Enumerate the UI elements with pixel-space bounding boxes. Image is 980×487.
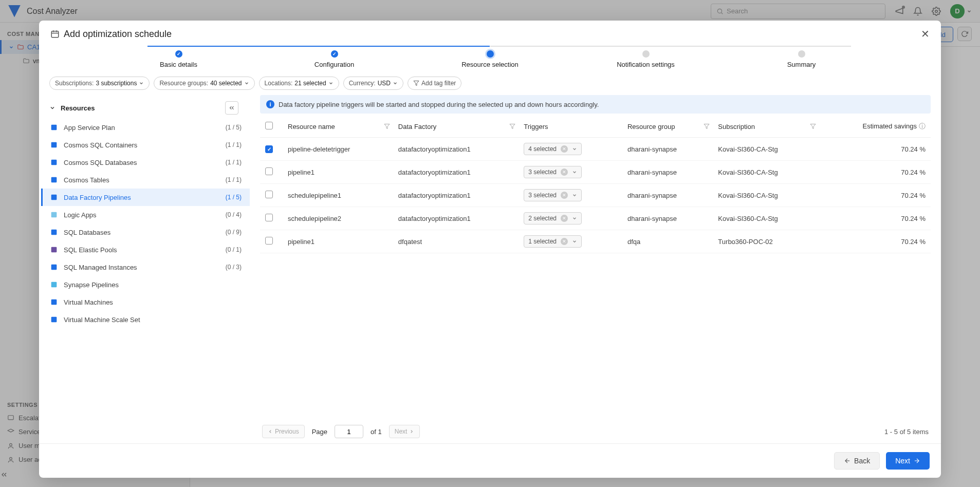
cell-subscription: Kovai-Sl360-CA-Stg (713, 138, 819, 161)
resource-type-label: SQL Managed Instances (64, 264, 137, 271)
resource-type-label: App Service Plan (64, 124, 115, 132)
resource-type-label: Cosmos Tables (64, 176, 109, 184)
filter-resource-groups[interactable]: Resource groups: 40 selected (154, 77, 254, 90)
svg-rect-20 (51, 265, 57, 270)
resource-type-item[interactable]: App Service Plan(1 / 5) (41, 119, 250, 136)
chevron-down-icon (572, 193, 577, 198)
step-configuration[interactable]: Configuration (256, 50, 412, 68)
back-button[interactable]: Back (834, 452, 880, 470)
filter-icon[interactable] (810, 123, 816, 129)
resource-type-icon (49, 297, 59, 307)
info-icon[interactable]: ⓘ (919, 122, 926, 130)
row-checkbox[interactable] (265, 237, 273, 245)
filter-icon[interactable] (509, 123, 515, 129)
triggers-selector[interactable]: 4 selected✕ (524, 143, 582, 155)
select-all-checkbox[interactable] (265, 122, 273, 129)
filter-icon[interactable] (704, 123, 710, 129)
resource-type-icon (49, 210, 59, 219)
chevron-double-left-icon (228, 104, 235, 111)
add-tag-filter[interactable]: Add tag filter (408, 77, 461, 90)
row-checkbox[interactable] (265, 145, 273, 153)
pager-summary: 1 - 5 of 5 items (884, 428, 929, 436)
triggers-selector[interactable]: 1 selected✕ (524, 235, 582, 248)
svg-marker-24 (384, 124, 390, 129)
resource-type-label: SQL Databases (64, 229, 110, 236)
chevron-right-icon (409, 429, 414, 434)
resource-type-item[interactable]: SQL Elastic Pools(0 / 1) (41, 241, 250, 258)
resource-type-item[interactable]: Cosmos SQL Containers(1 / 1) (41, 136, 250, 154)
table-row: pipeline1 datafactoryoptimization1 3 sel… (260, 161, 931, 184)
resource-type-label: Logic Apps (64, 211, 97, 219)
resource-type-label: Virtual Machines (64, 298, 113, 306)
col-estimated-savings: Estimated savingsⓘ (819, 116, 931, 138)
row-checkbox[interactable] (265, 167, 273, 175)
page-of-label: of 1 (371, 428, 382, 436)
step-summary[interactable]: Summary (724, 50, 879, 68)
cell-subscription: Kovai-Sl360-CA-Stg (713, 161, 819, 184)
step-basic-details[interactable]: Basic details (101, 50, 256, 68)
resource-type-item[interactable]: SQL Databases(0 / 9) (41, 223, 250, 241)
previous-page-button[interactable]: Previous (262, 425, 305, 438)
step-notification-settings[interactable]: Notification settings (568, 50, 724, 68)
resource-type-label: Cosmos SQL Databases (64, 159, 137, 166)
resources-sidebar: Resources App Service Plan(1 / 5)Cosmos … (39, 95, 250, 443)
clear-icon[interactable]: ✕ (561, 168, 568, 176)
resource-type-count: (0 / 3) (226, 264, 242, 271)
chevron-down-icon (572, 146, 577, 152)
row-checkbox[interactable] (265, 191, 273, 198)
resource-type-icon (49, 280, 59, 289)
resource-type-item[interactable]: Cosmos SQL Databases(1 / 1) (41, 154, 250, 171)
chevron-down-icon (244, 81, 249, 86)
col-data-factory: Data Factory (393, 116, 519, 138)
filter-currency[interactable]: Currency: USD (343, 77, 403, 90)
close-button[interactable]: ✕ (921, 28, 930, 40)
chevron-down-icon (572, 239, 577, 244)
resource-type-icon (49, 123, 59, 132)
resource-type-count: (1 / 1) (226, 159, 242, 166)
svg-marker-11 (414, 81, 419, 86)
col-resource-name: Resource name (283, 116, 393, 138)
page-input[interactable] (335, 425, 363, 438)
filter-locations[interactable]: Locations: 21 selected (259, 77, 339, 90)
resource-type-item[interactable]: Synapse Pipelines (41, 276, 250, 293)
resource-type-item[interactable]: Cosmos Tables(1 / 1) (41, 171, 250, 189)
next-page-button[interactable]: Next (389, 425, 420, 438)
cell-resource-group: dharani-synapse (622, 138, 713, 161)
triggers-selector[interactable]: 2 selected✕ (524, 212, 582, 224)
cell-resource-group: dharani-synapse (622, 184, 713, 207)
cell-resource-name: pipeline-deletetrigger (283, 138, 393, 161)
chevron-down-icon[interactable] (49, 105, 56, 111)
triggers-selector[interactable]: 3 selected✕ (524, 166, 582, 178)
resource-type-item[interactable]: Data Factory Pipelines(1 / 5) (41, 189, 250, 206)
svg-marker-26 (704, 124, 709, 129)
clear-icon[interactable]: ✕ (561, 145, 568, 153)
svg-rect-12 (51, 125, 57, 130)
chevron-left-icon (268, 429, 273, 434)
arrow-right-icon (913, 457, 920, 464)
clear-icon[interactable]: ✕ (561, 215, 568, 222)
clear-icon[interactable]: ✕ (561, 238, 568, 245)
cell-resource-name: schedulepipeline2 (283, 207, 393, 230)
triggers-selector[interactable]: 3 selected✕ (524, 189, 582, 201)
resource-type-item[interactable]: SQL Managed Instances(0 / 3) (41, 258, 250, 276)
resources-table-panel: i Data factory pipeline triggers will be… (250, 95, 941, 443)
resource-type-item[interactable]: Virtual Machines (41, 293, 250, 311)
resource-type-icon (49, 193, 59, 202)
resource-type-label: Synapse Pipelines (64, 281, 119, 289)
col-subscription: Subscription (713, 116, 819, 138)
col-resource-group: Resource group (622, 116, 713, 138)
resource-type-count: (1 / 5) (226, 194, 242, 201)
wizard-stepper: Basic details Configuration Resource sel… (39, 42, 941, 74)
calendar-icon (50, 29, 60, 39)
resource-type-icon (49, 175, 59, 184)
resource-type-item[interactable]: Logic Apps(0 / 4) (41, 206, 250, 223)
resource-type-item[interactable]: Virtual Machine Scale Set (41, 311, 250, 328)
next-button[interactable]: Next (886, 452, 930, 470)
cell-resource-name: schedulepipeline1 (283, 184, 393, 207)
collapse-panel-button[interactable] (225, 101, 238, 115)
row-checkbox[interactable] (265, 214, 273, 221)
clear-icon[interactable]: ✕ (561, 192, 568, 199)
filter-icon[interactable] (384, 123, 390, 129)
filter-subscriptions[interactable]: Subscriptions: 3 subscriptions (49, 77, 150, 90)
step-resource-selection[interactable]: Resource selection (412, 50, 568, 68)
